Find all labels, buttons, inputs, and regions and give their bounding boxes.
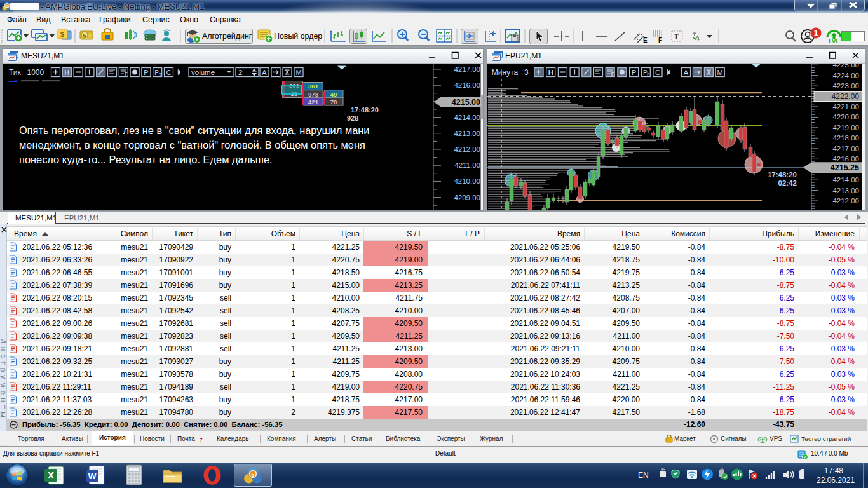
svg-text:4212.00: 4212.00 [454, 146, 480, 153]
svg-text:17:48:20: 17:48:20 [351, 106, 379, 114]
svg-text:928: 928 [347, 114, 358, 122]
svg-text:4214.00: 4214.00 [454, 114, 480, 121]
svg-text:LVL: LVL [829, 37, 839, 44]
svg-text:49: 49 [330, 91, 337, 98]
svg-text:361: 361 [308, 83, 319, 90]
svg-text:volume: volume [191, 69, 215, 76]
svg-text:h: h [647, 72, 649, 76]
svg-text:4215.25: 4215.25 [831, 163, 859, 172]
svg-text:Минута: Минута [492, 68, 519, 77]
svg-text:H: H [64, 69, 69, 76]
svg-text:4220.00: 4220.00 [832, 113, 859, 121]
svg-text:A: A [262, 69, 267, 76]
svg-text:4210.00: 4210.00 [454, 177, 480, 185]
svg-text:M: M [717, 69, 723, 76]
svg-text:$: $ [60, 30, 64, 38]
svg-text:4224.00: 4224.00 [832, 72, 859, 79]
svg-text:h: h [159, 72, 161, 76]
svg-text:4213.00: 4213.00 [454, 130, 480, 137]
svg-text:4218.00: 4218.00 [832, 134, 859, 142]
svg-text:4216.00: 4216.00 [454, 81, 480, 89]
svg-text:978: 978 [308, 91, 318, 98]
svg-text:C: C [166, 69, 172, 76]
svg-text:Тик: Тик [9, 68, 22, 77]
svg-text:4217.00: 4217.00 [832, 145, 859, 152]
svg-text:4223.00: 4223.00 [832, 82, 859, 90]
svg-text:4216.00: 4216.00 [832, 155, 859, 163]
svg-text:5: 5 [83, 32, 86, 39]
svg-text:4209.00: 4209.00 [454, 194, 480, 201]
svg-text:4225.00: 4225.00 [832, 64, 859, 69]
svg-text:C: C [655, 69, 660, 76]
svg-text:Новый ордер: Новый ордер [274, 32, 322, 41]
svg-text:Опять переторговал, лез не в ": Опять переторговал, лез не в "свои" ситу… [19, 125, 369, 136]
svg-text:4217.00: 4217.00 [454, 65, 480, 73]
svg-text:4212.00: 4212.00 [832, 197, 859, 205]
svg-text:4213.00: 4213.00 [832, 187, 859, 194]
svg-text:P: P [632, 69, 636, 76]
svg-text:2: 2 [238, 69, 242, 76]
svg-text:1000: 1000 [27, 68, 44, 77]
svg-text:5: 5 [251, 471, 254, 478]
svg-text:4222.00: 4222.00 [832, 92, 860, 101]
svg-text:E: E [643, 37, 648, 44]
svg-text:70: 70 [330, 98, 337, 105]
svg-text:Алготрейдинг: Алготрейдинг [202, 32, 252, 41]
svg-text:F: F [125, 71, 128, 77]
svg-text:4214.00: 4214.00 [832, 176, 859, 184]
svg-text:02:42: 02:42 [778, 179, 797, 187]
svg-text:F: F [658, 37, 662, 44]
svg-text:M: M [295, 69, 301, 76]
svg-text:понесло куда-то... Результат н: понесло куда-то... Результат на лицо. Ед… [19, 154, 273, 165]
svg-text:P: P [144, 69, 148, 76]
svg-text:17:48:20: 17:48:20 [768, 171, 797, 179]
svg-text:менеджмент, в конце торговал с: менеджмент, в конце торговал с "ватной" … [19, 139, 365, 151]
svg-text:H: H [548, 69, 553, 76]
svg-text:W: W [88, 471, 97, 481]
svg-text:3: 3 [524, 68, 529, 77]
svg-text:4215.00: 4215.00 [452, 98, 480, 107]
svg-text:4211.00: 4211.00 [454, 161, 480, 169]
svg-text:T: T [674, 32, 679, 41]
svg-text:X: X [48, 470, 54, 480]
svg-text:421: 421 [308, 98, 319, 105]
svg-text:4221.00: 4221.00 [832, 103, 859, 111]
svg-text:1: 1 [814, 29, 818, 37]
svg-text:4219.00: 4219.00 [832, 124, 859, 132]
svg-text:A: A [684, 69, 689, 76]
svg-text:F: F [611, 71, 614, 77]
